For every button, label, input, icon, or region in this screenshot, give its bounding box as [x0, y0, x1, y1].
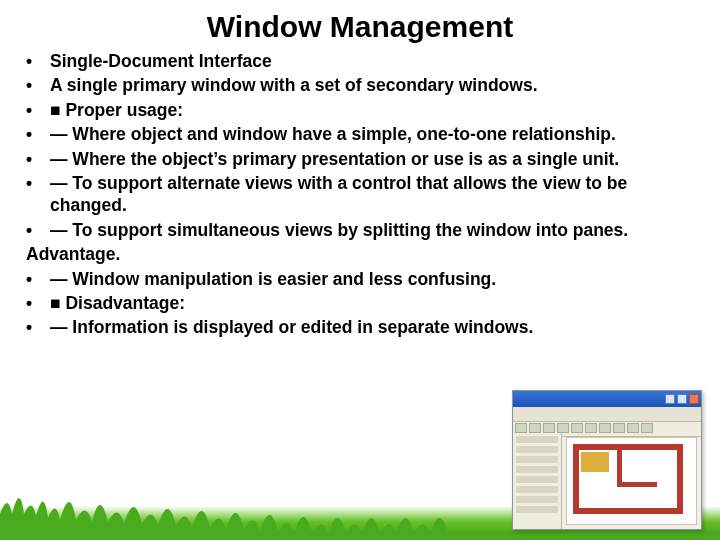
list-item-text: — Where object and window have a simple,… — [50, 123, 696, 145]
bullet-icon: • — [24, 99, 50, 121]
list-item: • — Where object and window have a simpl… — [24, 123, 696, 145]
app-screenshot-thumbnail — [512, 390, 702, 530]
bullet-icon: • — [24, 172, 50, 217]
list-item-text: — Where the object’s primary presentatio… — [50, 148, 696, 170]
window-titlebar — [513, 391, 701, 407]
advantage-label: Advantage. — [24, 243, 696, 265]
list-item: • Single-Document Interface — [24, 50, 696, 72]
list-item-text: — Window manipulation is easier and less… — [50, 268, 696, 290]
list-item: • — To support simultaneous views by spl… — [24, 219, 696, 241]
list-item: • ■ Disadvantage: — [24, 292, 696, 314]
drawing-canvas — [566, 437, 697, 525]
list-item: • — Window manipulation is easier and le… — [24, 268, 696, 290]
list-item-text: — To support simultaneous views by split… — [50, 219, 696, 241]
side-panel — [513, 433, 562, 529]
list-item: • A single primary window with a set of … — [24, 74, 696, 96]
list-item: • — To support alternate views with a co… — [24, 172, 696, 217]
list-item-text: A single primary window with a set of se… — [50, 74, 696, 96]
close-icon — [689, 394, 699, 404]
bullet-icon: • — [24, 316, 50, 338]
list-item-text: ■ Proper usage: — [50, 99, 696, 121]
bullet-icon: • — [24, 50, 50, 72]
bullet-icon: • — [24, 148, 50, 170]
bullet-icon: • — [24, 219, 50, 241]
maximize-icon — [677, 394, 687, 404]
list-item-text: Single-Document Interface — [50, 50, 696, 72]
list-item: • — Where the object’s primary presentat… — [24, 148, 696, 170]
slide-content: • Single-Document Interface • A single p… — [0, 50, 720, 339]
slide-title: Window Management — [0, 0, 720, 50]
bullet-icon: • — [24, 123, 50, 145]
list-item-text: ■ Disadvantage: — [50, 292, 696, 314]
list-item: • ■ Proper usage: — [24, 99, 696, 121]
list-item-text: — Information is displayed or edited in … — [50, 316, 696, 338]
slide: Window Management • Single-Document Inte… — [0, 0, 720, 540]
bullet-icon: • — [24, 268, 50, 290]
list-item: • — Information is displayed or edited i… — [24, 316, 696, 338]
menubar — [513, 407, 701, 422]
minimize-icon — [665, 394, 675, 404]
bullet-icon: • — [24, 74, 50, 96]
bullet-icon: • — [24, 292, 50, 314]
list-item-text: — To support alternate views with a cont… — [50, 172, 696, 217]
